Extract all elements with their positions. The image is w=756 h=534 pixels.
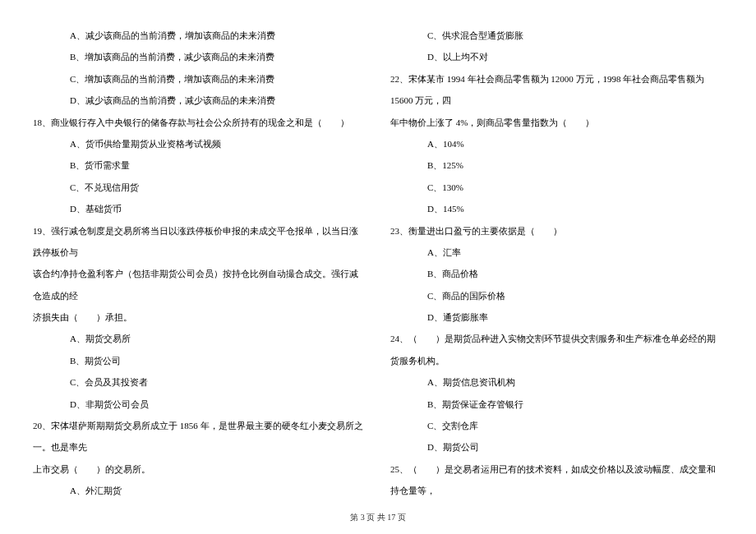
q19-line1: 19、强行减仓制度是交易所将当日以涨跌停板价申报的未成交平仓报单，以当日涨跌停板…	[33, 220, 366, 264]
q18-text: 18、商业银行存入中央银行的储备存款与社会公众所持有的现金之和是（ ）	[33, 112, 366, 133]
q17-option-b: B、增加该商品的当前消费，减少该商品的未来消费	[33, 46, 366, 67]
q19-line2: 该合约净持仓盈利客户（包括非期货公司会员）按持仓比例自动撮合成交。强行减仓造成的…	[33, 263, 366, 306]
q23-option-c: C、商品的国际价格	[390, 285, 723, 306]
q18-option-c: C、不兑现信用货	[33, 177, 366, 198]
q19-option-b: B、期货公司	[33, 350, 366, 371]
q18-option-b: B、货币需求量	[33, 154, 366, 176]
left-column: A、减少该商品的当前消费，增加该商品的未来消费 B、增加该商品的当前消费，减少该…	[33, 25, 366, 501]
q23-text: 23、衡量进出口盈亏的主要依据是（ ）	[390, 220, 723, 242]
q24-option-d: D、期货公司	[390, 436, 723, 458]
q21-option-c: C、供求混合型通货膨胀	[390, 25, 723, 46]
q22-option-c: C、130%	[390, 177, 723, 198]
q23-option-d: D、通货膨胀率	[390, 306, 723, 328]
q20-option-a: A、外汇期货	[33, 480, 366, 501]
q24-text: 24、（ ）是期货品种进入实物交割环节提供交割服务和生产标准仓单必经的期货服务机…	[390, 328, 723, 371]
q21-option-d: D、以上均不对	[390, 46, 723, 67]
q22-line1: 22、宋体某市 1994 年社会商品零售额为 12000 万元，1998 年社会…	[390, 68, 723, 112]
q22-option-b: B、125%	[390, 154, 723, 176]
q22-option-d: D、145%	[390, 198, 723, 219]
content-columns: A、减少该商品的当前消费，增加该商品的未来消费 B、增加该商品的当前消费，减少该…	[33, 25, 723, 501]
q25-line1: 25、（ ）是交易者运用已有的技术资料，如成交价格以及波动幅度、成交量和持仓量等…	[390, 458, 723, 501]
right-column: C、供求混合型通货膨胀 D、以上均不对 22、宋体某市 1994 年社会商品零售…	[390, 25, 723, 501]
q23-option-b: B、商品价格	[390, 263, 723, 284]
q23-option-a: A、汇率	[390, 242, 723, 263]
q24-option-c: C、交割仓库	[390, 415, 723, 436]
q17-option-c: C、增加该商品的当前消费，增加该商品的未来消费	[33, 68, 366, 90]
q17-option-a: A、减少该商品的当前消费，增加该商品的未来消费	[33, 25, 366, 46]
q19-option-c: C、会员及其投资者	[33, 371, 366, 393]
q20-line1: 20、宋体堪萨斯期期货交易所成立于 1856 年，是世界最主要的硬冬红小麦交易所…	[33, 415, 366, 458]
page-footer: 第 3 页 共 17 页	[0, 508, 756, 527]
q19-option-a: A、期货交易所	[33, 328, 366, 349]
q19-option-d: D、非期货公司会员	[33, 394, 366, 415]
q18-option-a: A、货币供给量期货从业资格考试视频	[33, 133, 366, 154]
q22-option-a: A、104%	[390, 133, 723, 154]
q24-option-a: A、期货信息资讯机构	[390, 371, 723, 393]
q18-option-d: D、基础货币	[33, 198, 366, 219]
q24-option-b: B、期货保证金存管银行	[390, 394, 723, 415]
q17-option-d: D、减少该商品的当前消费，减少该商品的未来消费	[33, 90, 366, 111]
q20-line2: 上市交易（ ）的交易所。	[33, 458, 366, 480]
q19-line3: 济损失由（ ）承担。	[33, 306, 366, 328]
q22-line2: 年中物价上涨了 4%，则商品零售量指数为（ ）	[390, 112, 723, 133]
